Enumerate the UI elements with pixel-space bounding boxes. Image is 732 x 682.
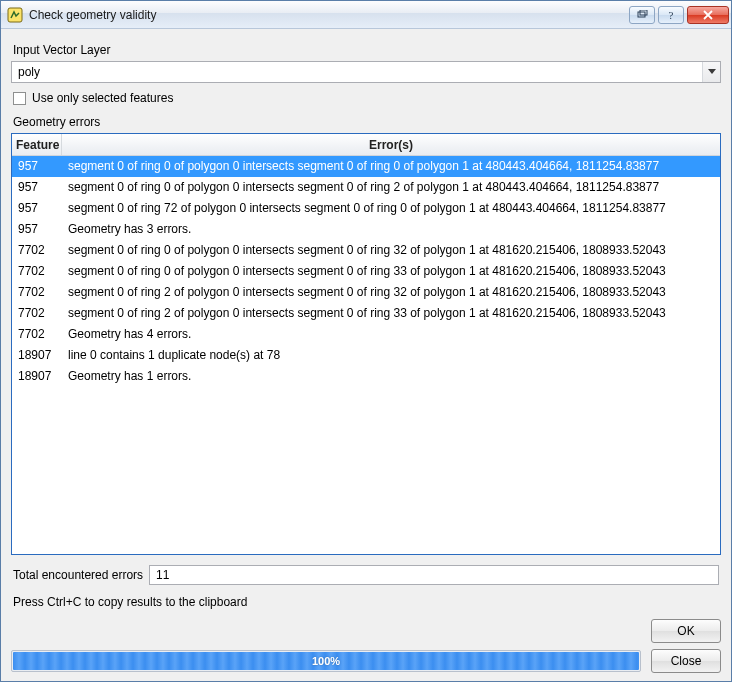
- input-layer-value: poly: [18, 65, 702, 79]
- cell-feature: 7702: [12, 327, 62, 341]
- table-row[interactable]: 957segment 0 of ring 72 of polygon 0 int…: [12, 198, 720, 219]
- cell-error: line 0 contains 1 duplicate node(s) at 7…: [62, 348, 720, 362]
- table-row[interactable]: 7702segment 0 of ring 0 of polygon 0 int…: [12, 240, 720, 261]
- close-button[interactable]: [687, 6, 729, 24]
- totals-row: Total encountered errors: [13, 565, 719, 585]
- errors-table: Feature Error(s) 957segment 0 of ring 0 …: [11, 133, 721, 555]
- cell-feature: 957: [12, 159, 62, 173]
- help-button[interactable]: ?: [658, 6, 684, 24]
- cell-error: segment 0 of ring 2 of polygon 0 interse…: [62, 285, 720, 299]
- cell-feature: 18907: [12, 348, 62, 362]
- cell-error: Geometry has 3 errors.: [62, 222, 720, 236]
- dialog-window: Check geometry validity ? Input Vector L…: [0, 0, 732, 682]
- progress-bar: 100%: [11, 650, 641, 672]
- table-row[interactable]: 7702segment 0 of ring 0 of polygon 0 int…: [12, 261, 720, 282]
- selected-only-checkbox[interactable]: [13, 92, 26, 105]
- col-header-feature[interactable]: Feature: [12, 134, 62, 155]
- cell-feature: 7702: [12, 243, 62, 257]
- dialog-content: Input Vector Layer poly Use only selecte…: [1, 29, 731, 681]
- copy-hint: Press Ctrl+C to copy results to the clip…: [13, 595, 719, 609]
- table-row[interactable]: 7702segment 0 of ring 2 of polygon 0 int…: [12, 303, 720, 324]
- close-dialog-button[interactable]: Close: [651, 649, 721, 673]
- selected-only-row[interactable]: Use only selected features: [13, 91, 719, 105]
- selected-only-label: Use only selected features: [32, 91, 173, 105]
- totals-label: Total encountered errors: [13, 568, 143, 582]
- table-row[interactable]: 957Geometry has 3 errors.: [12, 219, 720, 240]
- table-row[interactable]: 7702segment 0 of ring 2 of polygon 0 int…: [12, 282, 720, 303]
- col-header-errors[interactable]: Error(s): [62, 134, 720, 155]
- cell-error: Geometry has 4 errors.: [62, 327, 720, 341]
- table-body[interactable]: 957segment 0 of ring 0 of polygon 0 inte…: [12, 156, 720, 554]
- table-row[interactable]: 18907Geometry has 1 errors.: [12, 366, 720, 387]
- table-row[interactable]: 7702Geometry has 4 errors.: [12, 324, 720, 345]
- table-row[interactable]: 957segment 0 of ring 0 of polygon 0 inte…: [12, 177, 720, 198]
- footer: OK 100% Close: [11, 619, 721, 673]
- cell-feature: 7702: [12, 264, 62, 278]
- input-layer-label: Input Vector Layer: [13, 43, 719, 57]
- cell-error: segment 0 of ring 72 of polygon 0 inters…: [62, 201, 720, 215]
- cell-feature: 7702: [12, 285, 62, 299]
- window-title: Check geometry validity: [29, 8, 626, 22]
- input-layer-combo[interactable]: poly: [11, 61, 721, 83]
- cell-feature: 957: [12, 201, 62, 215]
- errors-section-label: Geometry errors: [13, 115, 719, 129]
- restore-button[interactable]: [629, 6, 655, 24]
- table-row[interactable]: 957segment 0 of ring 0 of polygon 0 inte…: [12, 156, 720, 177]
- svg-text:?: ?: [669, 9, 674, 21]
- chevron-down-icon: [702, 62, 720, 82]
- totals-value-input[interactable]: [149, 565, 719, 585]
- ok-button[interactable]: OK: [651, 619, 721, 643]
- cell-error: segment 0 of ring 0 of polygon 0 interse…: [62, 159, 720, 173]
- cell-feature: 7702: [12, 306, 62, 320]
- cell-error: segment 0 of ring 0 of polygon 0 interse…: [62, 180, 720, 194]
- table-header: Feature Error(s): [12, 134, 720, 156]
- cell-error: Geometry has 1 errors.: [62, 369, 720, 383]
- cell-error: segment 0 of ring 0 of polygon 0 interse…: [62, 243, 720, 257]
- table-row[interactable]: 18907line 0 contains 1 duplicate node(s)…: [12, 345, 720, 366]
- progress-percent: 100%: [12, 651, 640, 671]
- cell-feature: 957: [12, 180, 62, 194]
- app-icon: [7, 7, 23, 23]
- titlebar: Check geometry validity ?: [1, 1, 731, 29]
- cell-error: segment 0 of ring 0 of polygon 0 interse…: [62, 264, 720, 278]
- cell-feature: 957: [12, 222, 62, 236]
- cell-feature: 18907: [12, 369, 62, 383]
- cell-error: segment 0 of ring 2 of polygon 0 interse…: [62, 306, 720, 320]
